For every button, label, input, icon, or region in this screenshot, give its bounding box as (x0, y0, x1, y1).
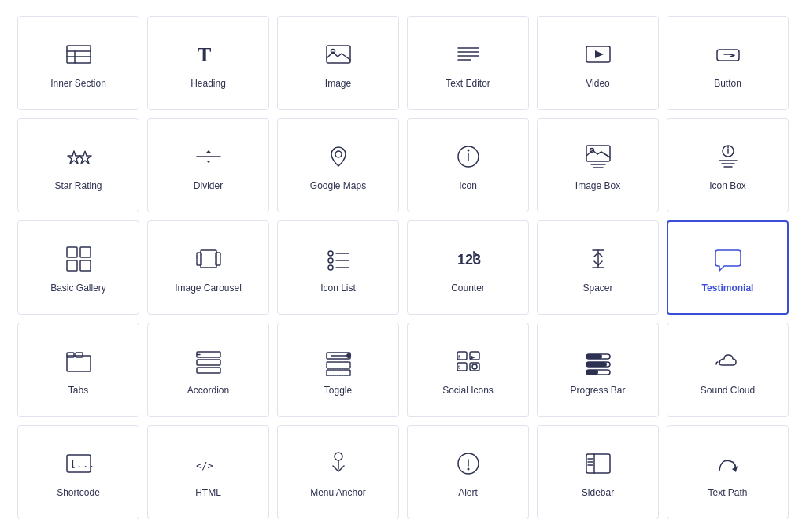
divider-label: Divider (194, 180, 223, 193)
menu-anchor-label: Menu Anchor (310, 487, 366, 500)
svg-rect-0 (67, 46, 91, 63)
counter-icon: 123 (450, 243, 486, 275)
widget-card-spacer[interactable]: Spacer (537, 220, 659, 315)
widget-card-image[interactable]: Image (277, 16, 399, 110)
svg-point-82 (335, 453, 342, 460)
widget-card-toggle[interactable]: Toggle (277, 323, 399, 417)
icon-box-label: Icon Box (709, 180, 746, 193)
widget-card-progress-bar[interactable]: Progress Bar (537, 323, 659, 417)
svg-rect-36 (67, 260, 77, 271)
sound-cloud-icon (710, 345, 746, 377)
image-label: Image (325, 78, 351, 91)
widget-card-star-rating[interactable]: Star Rating (17, 118, 139, 212)
svg-rect-35 (80, 247, 91, 257)
image-icon (320, 39, 357, 70)
icon-list-icon (320, 243, 357, 275)
widget-card-image-carousel[interactable]: Image Carousel (147, 220, 269, 315)
widget-card-icon-list[interactable]: Icon List (277, 220, 399, 315)
svg-rect-76 (586, 362, 607, 367)
svg-point-30 (727, 146, 729, 148)
text-path-label: Text Path (708, 487, 747, 500)
svg-rect-13 (717, 50, 739, 61)
menu-anchor-icon (320, 448, 357, 479)
sound-cloud-label: Sound Cloud (701, 385, 755, 397)
svg-rect-58 (197, 360, 220, 365)
text-editor-label: Text Editor (446, 78, 490, 91)
icon-box-icon (710, 141, 746, 172)
widget-card-counter[interactable]: 123Counter (407, 220, 529, 315)
svg-point-41 (328, 251, 333, 256)
spacer-label: Spacer (582, 283, 612, 295)
widget-card-inner-section[interactable]: Inner Section (17, 16, 139, 110)
widget-card-google-maps[interactable]: Google Maps (277, 118, 399, 212)
svg-rect-53 (67, 356, 91, 371)
widget-card-divider[interactable]: Divider (147, 118, 269, 212)
svg-text:▶: ▶ (471, 354, 475, 360)
svg-text:[...]: [...] (70, 458, 94, 470)
google-maps-icon (320, 141, 357, 172)
inner-section-label: Inner Section (50, 78, 106, 91)
svg-marker-18 (206, 150, 211, 153)
icon-label: Icon (459, 180, 477, 193)
alert-label: Alert (458, 487, 478, 500)
image-carousel-label: Image Carousel (175, 283, 242, 295)
widget-card-button[interactable]: Button (667, 16, 789, 110)
svg-point-86 (467, 468, 469, 471)
basic-gallery-icon (61, 243, 97, 275)
image-box-icon (580, 141, 616, 172)
sidebar-icon (580, 448, 616, 479)
video-label: Video (586, 78, 609, 91)
widget-card-shortcode[interactable]: [...]Shortcode (17, 425, 139, 519)
svg-marker-92 (732, 466, 738, 472)
svg-point-62 (346, 353, 351, 358)
widget-card-image-box[interactable]: Image Box (537, 118, 659, 212)
counter-label: Counter (451, 283, 485, 295)
widget-card-sound-cloud[interactable]: Sound Cloud (667, 323, 789, 417)
widget-card-video[interactable]: Video (537, 16, 659, 110)
toggle-icon (320, 345, 357, 377)
svg-rect-64 (327, 370, 350, 376)
video-icon (580, 39, 616, 70)
widget-card-icon[interactable]: Icon (407, 118, 529, 212)
progress-bar-label: Progress Bar (570, 385, 625, 397)
html-label: HTML (195, 487, 221, 500)
widget-card-social-icons[interactable]: f▶tSocial Icons (407, 323, 529, 417)
heading-label: Heading (190, 78, 226, 91)
toggle-label: Toggle (324, 385, 352, 397)
svg-point-43 (328, 258, 333, 263)
widget-card-text-path[interactable]: Text Path (667, 425, 789, 519)
svg-marker-16 (79, 151, 91, 164)
widget-card-menu-anchor[interactable]: Menu Anchor (277, 425, 399, 519)
widget-card-tabs[interactable]: Tabs (17, 323, 139, 417)
widget-card-alert[interactable]: Alert (407, 425, 529, 519)
widget-card-testimonial[interactable]: Testimonial (667, 220, 789, 315)
svg-text:t: t (458, 364, 460, 370)
widget-card-text-editor[interactable]: Text Editor (407, 16, 529, 110)
accordion-icon (190, 345, 227, 377)
tabs-label: Tabs (68, 385, 88, 397)
shortcode-label: Shortcode (57, 487, 100, 500)
divider-icon (190, 141, 227, 172)
widget-card-icon-box[interactable]: Icon Box (667, 118, 789, 212)
widget-grid: Inner SectionTHeadingImageText EditorVid… (17, 16, 789, 519)
text-editor-icon (450, 39, 486, 70)
svg-marker-12 (595, 50, 604, 58)
svg-rect-34 (67, 247, 77, 257)
icon-list-label: Icon List (320, 283, 356, 295)
widget-card-accordion[interactable]: Accordion (147, 323, 269, 417)
svg-rect-74 (586, 354, 602, 359)
star-rating-icon (61, 141, 97, 172)
testimonial-label: Testimonial (702, 283, 754, 295)
widget-card-basic-gallery[interactable]: Basic Gallery (17, 220, 139, 315)
basic-gallery-label: Basic Gallery (50, 283, 106, 295)
image-box-label: Image Box (575, 180, 620, 193)
widget-card-html[interactable]: </>HTML (147, 425, 269, 519)
svg-text:</>: </> (196, 460, 213, 471)
widget-card-sidebar[interactable]: Sidebar (537, 425, 659, 519)
heading-icon: T (190, 39, 227, 70)
button-icon (710, 39, 746, 70)
svg-rect-63 (327, 362, 350, 368)
widget-card-heading[interactable]: THeading (147, 16, 269, 110)
svg-rect-55 (76, 353, 83, 357)
svg-rect-87 (586, 454, 610, 473)
